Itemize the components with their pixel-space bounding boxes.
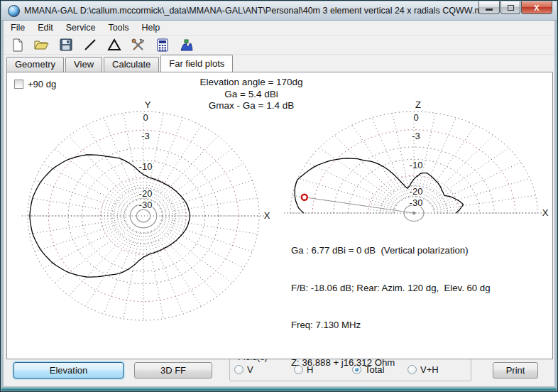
app-window: MMANA-GAL D:\callum.mccormick\_data\MMAN… bbox=[0, 0, 558, 392]
wire-edit-icon[interactable] bbox=[82, 38, 97, 53]
elevation-button[interactable]: Elevation bbox=[13, 362, 124, 379]
svg-text:-10: -10 bbox=[139, 161, 153, 172]
save-icon[interactable] bbox=[58, 38, 73, 53]
close-button[interactable]: X bbox=[521, 1, 552, 14]
menu-edit[interactable]: Edit bbox=[31, 21, 60, 36]
tab-far-field-plots[interactable]: Far field plots bbox=[160, 55, 233, 72]
tab-calculate[interactable]: Calculate bbox=[104, 57, 159, 72]
setup-tools-icon[interactable] bbox=[131, 38, 146, 53]
radio-v-label: V bbox=[247, 364, 253, 375]
result-info-block: Ga : 6.77 dBi = 0 dB (Vertical polarizat… bbox=[291, 219, 491, 392]
element-edit-icon[interactable] bbox=[106, 38, 121, 53]
info-freq: Freq: 7.130 MHz bbox=[291, 319, 491, 332]
svg-text:-3: -3 bbox=[412, 131, 420, 141]
plot-header: Elevation angle = 170dg Ga = 5.4 dBi Gma… bbox=[109, 77, 393, 112]
print-button[interactable]: Print bbox=[493, 362, 538, 379]
info-ga: Ga : 6.77 dBi = 0 dB (Vertical polarizat… bbox=[291, 244, 491, 257]
info-fb: F/B: -18.06 dB; Rear: Azim. 120 dg, Elev… bbox=[291, 282, 491, 295]
menu-bar: File Edit Service Tools Help bbox=[4, 21, 554, 36]
plus90-checkbox-label: +90 dg bbox=[28, 79, 56, 89]
ga-text: Ga = 5.4 dBi bbox=[109, 89, 393, 101]
menu-help[interactable]: Help bbox=[136, 21, 167, 36]
gmax-text: Gmax - Ga = 1.4 dB bbox=[109, 100, 393, 112]
plus90-checkbox[interactable] bbox=[14, 80, 23, 89]
3d-ff-button[interactable]: 3D FF bbox=[134, 362, 212, 379]
far-field-icon[interactable] bbox=[179, 38, 194, 53]
svg-text:-10: -10 bbox=[410, 160, 423, 170]
svg-text:X: X bbox=[264, 210, 270, 221]
toolbar bbox=[4, 36, 554, 55]
info-impedance: Z: 36.888 + j16.312 Ohm bbox=[291, 356, 491, 369]
svg-text:0: 0 bbox=[413, 112, 418, 123]
maximize-button[interactable] bbox=[500, 1, 520, 14]
tab-view[interactable]: View bbox=[65, 57, 102, 72]
minimize-icon bbox=[486, 9, 493, 11]
svg-text:-20: -20 bbox=[410, 186, 423, 197]
svg-text:Z: Z bbox=[415, 99, 421, 110]
tab-geometry[interactable]: Geometry bbox=[6, 57, 64, 72]
window-title: MMANA-GAL D:\callum.mccormick\_data\MMAN… bbox=[24, 1, 492, 21]
menu-tools[interactable]: Tools bbox=[102, 21, 135, 36]
calculator-icon[interactable] bbox=[155, 38, 170, 53]
plus90-checkbox-row: +90 dg bbox=[14, 79, 56, 89]
minimize-button[interactable] bbox=[478, 1, 500, 14]
svg-text:-30: -30 bbox=[139, 200, 153, 210]
radio-v-row[interactable]: V bbox=[234, 364, 253, 375]
close-icon: X bbox=[534, 4, 539, 12]
menu-file[interactable]: File bbox=[4, 21, 31, 36]
svg-text:X: X bbox=[542, 207, 549, 218]
new-file-icon[interactable] bbox=[10, 38, 25, 53]
app-icon bbox=[8, 5, 20, 17]
svg-text:-20: -20 bbox=[139, 188, 153, 199]
svg-text:-30: -30 bbox=[410, 197, 423, 208]
open-file-icon[interactable] bbox=[34, 38, 49, 53]
elevation-angle-text: Elevation angle = 170dg bbox=[109, 77, 393, 89]
menu-service[interactable]: Service bbox=[60, 21, 102, 36]
svg-text:-3: -3 bbox=[141, 131, 150, 141]
svg-text:0: 0 bbox=[143, 112, 148, 123]
title-bar[interactable]: MMANA-GAL D:\callum.mccormick\_data\MMAN… bbox=[1, 1, 557, 21]
radio-v[interactable] bbox=[234, 365, 244, 374]
tab-bar: Geometry View Calculate Far field plots bbox=[6, 55, 552, 72]
maximize-icon bbox=[508, 5, 514, 11]
far-field-plot-panel: 0-3-10-20-30YX0-3-10-20-30ZX +90 dg Elev… bbox=[6, 72, 553, 359]
